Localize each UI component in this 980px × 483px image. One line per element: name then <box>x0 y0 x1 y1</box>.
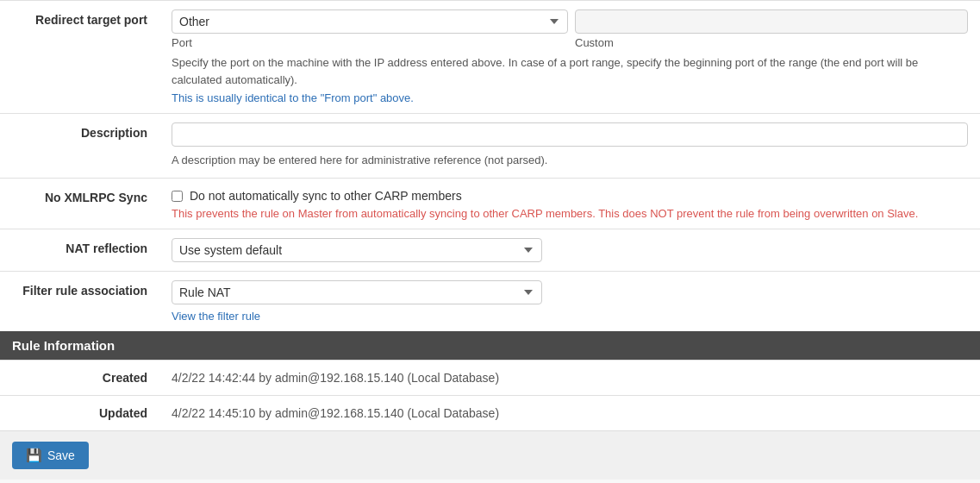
created-value: 4/2/22 14:42:44 by admin@192.168.15.140 … <box>159 360 980 395</box>
xmlrpc-warning-text: This prevents the rule on Master from au… <box>172 207 968 220</box>
xmlrpc-checkbox-row: Do not automatically sync to other CARP … <box>172 189 968 203</box>
port-help-text: Specify the port on the machine with the… <box>172 54 968 88</box>
port-row: Other Any HTTP (80) HTTPS (443) FTP (21)… <box>172 9 968 49</box>
filter-select-wrapper: Rule NAT Pass None <box>172 280 542 304</box>
form-table: Redirect target port Other Any HTTP (80)… <box>0 0 980 331</box>
port-custom-input[interactable] <box>575 9 968 34</box>
nat-select-wrapper: Use system default Enable Disable <box>172 238 542 262</box>
save-row: 💾 Save <box>0 430 980 480</box>
description-help-text: A description may be entered here for ad… <box>172 152 968 169</box>
filter-rule-association-content: Rule NAT Pass None View the filter rule <box>159 271 980 331</box>
description-row: Description A description may be entered… <box>0 114 980 179</box>
created-row: Created 4/2/22 14:42:44 by admin@192.168… <box>0 360 980 395</box>
no-xmlrpc-sync-label: No XMLRPC Sync <box>0 178 159 229</box>
description-label: Description <box>0 114 159 179</box>
updated-label: Updated <box>0 395 159 430</box>
updated-row: Updated 4/2/22 14:45:10 by admin@192.168… <box>0 395 980 430</box>
port-custom-wrapper: Custom <box>575 9 968 49</box>
filter-rule-association-label: Filter rule association <box>0 271 159 331</box>
rule-information-header: Rule Information <box>0 331 980 360</box>
info-table: Created 4/2/22 14:42:44 by admin@192.168… <box>0 360 980 430</box>
updated-value: 4/2/22 14:45:10 by admin@192.168.15.140 … <box>159 395 980 430</box>
save-button[interactable]: 💾 Save <box>12 442 89 469</box>
port-select[interactable]: Other Any HTTP (80) HTTPS (443) FTP (21)… <box>172 9 568 34</box>
nat-reflection-select[interactable]: Use system default Enable Disable <box>172 238 542 262</box>
xmlrpc-sync-checkbox-label[interactable]: Do not automatically sync to other CARP … <box>190 189 462 203</box>
redirect-target-port-row: Redirect target port Other Any HTTP (80)… <box>0 1 980 114</box>
description-input[interactable] <box>172 122 968 147</box>
filter-rule-association-row: Filter rule association Rule NAT Pass No… <box>0 271 980 331</box>
view-filter-rule-link[interactable]: View the filter rule <box>172 310 260 323</box>
filter-rule-association-select[interactable]: Rule NAT Pass None <box>172 280 542 304</box>
description-content: A description may be entered here for ad… <box>159 114 980 179</box>
custom-label: Custom <box>575 36 968 49</box>
nat-reflection-content: Use system default Enable Disable <box>159 229 980 271</box>
created-label: Created <box>0 360 159 395</box>
save-label: Save <box>47 448 75 462</box>
port-help-text-blue: This is usually identical to the "From p… <box>172 91 968 104</box>
save-icon: 💾 <box>26 448 42 463</box>
redirect-target-port-content: Other Any HTTP (80) HTTPS (443) FTP (21)… <box>159 1 980 114</box>
redirect-target-port-label: Redirect target port <box>0 1 159 114</box>
xmlrpc-sync-checkbox[interactable] <box>172 191 183 202</box>
port-label: Port <box>172 36 568 49</box>
nat-reflection-row: NAT reflection Use system default Enable… <box>0 229 980 271</box>
nat-reflection-label: NAT reflection <box>0 229 159 271</box>
no-xmlrpc-sync-content: Do not automatically sync to other CARP … <box>159 178 980 229</box>
port-select-wrapper: Other Any HTTP (80) HTTPS (443) FTP (21)… <box>172 9 568 49</box>
no-xmlrpc-sync-row: No XMLRPC Sync Do not automatically sync… <box>0 178 980 229</box>
